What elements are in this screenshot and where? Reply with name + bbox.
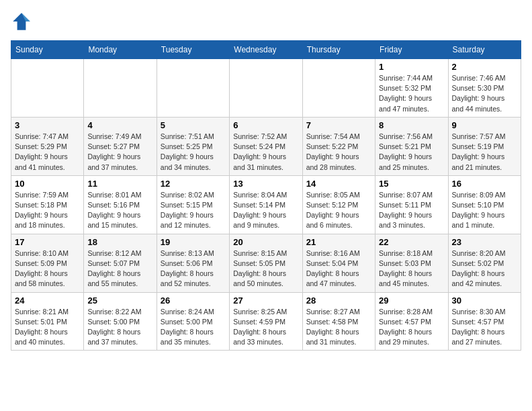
day-number: 30 [452,295,517,306]
day-info: Sunrise: 8:27 AM Sunset: 4:58 PM Dayligh… [306,307,371,348]
day-info: Sunrise: 8:07 AM Sunset: 5:11 PM Dayligh… [379,190,444,231]
calendar-table: SundayMondayTuesdayWednesdayThursdayFrid… [11,40,521,351]
calendar-cell: 21Sunrise: 8:16 AM Sunset: 5:04 PM Dayli… [302,234,375,292]
logo-icon [11,11,32,32]
calendar-cell [84,59,157,118]
calendar-cell: 13Sunrise: 8:04 AM Sunset: 5:14 PM Dayli… [230,175,302,234]
calendar-cell: 7Sunrise: 7:54 AM Sunset: 5:22 PM Daylig… [302,117,375,175]
calendar-cell: 30Sunrise: 8:30 AM Sunset: 4:57 PM Dayli… [448,292,521,351]
calendar-cell: 1Sunrise: 7:44 AM Sunset: 5:32 PM Daylig… [375,59,448,118]
day-info: Sunrise: 8:30 AM Sunset: 4:57 PM Dayligh… [452,307,517,348]
logo [11,11,35,32]
day-info: Sunrise: 8:09 AM Sunset: 5:10 PM Dayligh… [452,190,517,231]
day-number: 26 [161,295,226,306]
day-number: 6 [233,120,298,130]
calendar-cell: 5Sunrise: 7:51 AM Sunset: 5:25 PM Daylig… [157,117,229,175]
calendar-week-2: 3Sunrise: 7:47 AM Sunset: 5:29 PM Daylig… [11,117,521,175]
day-info: Sunrise: 8:12 AM Sunset: 5:07 PM Dayligh… [87,248,152,289]
calendar-cell: 4Sunrise: 7:49 AM Sunset: 5:27 PM Daylig… [84,117,157,175]
calendar-cell: 15Sunrise: 8:07 AM Sunset: 5:11 PM Dayli… [375,175,448,234]
day-number: 19 [161,237,226,247]
day-info: Sunrise: 7:47 AM Sunset: 5:29 PM Dayligh… [15,132,80,173]
day-number: 4 [87,120,152,130]
day-info: Sunrise: 8:16 AM Sunset: 5:04 PM Dayligh… [306,248,371,289]
day-header-thursday: Thursday [302,41,375,59]
day-info: Sunrise: 7:46 AM Sunset: 5:30 PM Dayligh… [452,73,517,114]
calendar-week-4: 17Sunrise: 8:10 AM Sunset: 5:09 PM Dayli… [11,234,521,292]
calendar-cell: 23Sunrise: 8:20 AM Sunset: 5:02 PM Dayli… [448,234,521,292]
day-info: Sunrise: 7:51 AM Sunset: 5:25 PM Dayligh… [161,132,226,173]
day-number: 13 [233,179,298,189]
calendar-cell: 28Sunrise: 8:27 AM Sunset: 4:58 PM Dayli… [302,292,375,351]
calendar-cell: 27Sunrise: 8:25 AM Sunset: 4:59 PM Dayli… [230,292,302,351]
calendar-cell: 19Sunrise: 8:13 AM Sunset: 5:06 PM Dayli… [157,234,229,292]
day-info: Sunrise: 8:22 AM Sunset: 5:00 PM Dayligh… [87,307,152,348]
day-info: Sunrise: 8:25 AM Sunset: 4:59 PM Dayligh… [233,307,298,348]
day-number: 20 [233,237,298,247]
day-number: 28 [306,295,371,306]
calendar-cell: 12Sunrise: 8:02 AM Sunset: 5:15 PM Dayli… [157,175,229,234]
calendar-cell: 16Sunrise: 8:09 AM Sunset: 5:10 PM Dayli… [448,175,521,234]
day-number: 27 [233,295,298,306]
day-header-saturday: Saturday [448,41,521,59]
calendar-cell: 6Sunrise: 7:52 AM Sunset: 5:24 PM Daylig… [230,117,302,175]
day-info: Sunrise: 7:57 AM Sunset: 5:19 PM Dayligh… [452,132,517,173]
calendar-cell [11,59,84,118]
calendar-cell [230,59,302,118]
day-info: Sunrise: 8:13 AM Sunset: 5:06 PM Dayligh… [161,248,226,289]
day-info: Sunrise: 7:56 AM Sunset: 5:21 PM Dayligh… [379,132,444,173]
calendar-cell: 26Sunrise: 8:24 AM Sunset: 5:00 PM Dayli… [157,292,229,351]
day-header-wednesday: Wednesday [230,41,302,59]
calendar-cell: 17Sunrise: 8:10 AM Sunset: 5:09 PM Dayli… [11,234,84,292]
calendar-cell: 9Sunrise: 7:57 AM Sunset: 5:19 PM Daylig… [448,117,521,175]
day-header-tuesday: Tuesday [157,41,229,59]
calendar-cell: 25Sunrise: 8:22 AM Sunset: 5:00 PM Dayli… [84,292,157,351]
day-info: Sunrise: 8:18 AM Sunset: 5:03 PM Dayligh… [379,248,444,289]
calendar-cell: 20Sunrise: 8:15 AM Sunset: 5:05 PM Dayli… [230,234,302,292]
day-header-monday: Monday [84,41,157,59]
day-number: 16 [452,179,517,189]
day-number: 11 [87,179,152,189]
day-number: 24 [15,295,80,306]
calendar-week-5: 24Sunrise: 8:21 AM Sunset: 5:01 PM Dayli… [11,292,521,351]
day-number: 7 [306,120,371,130]
day-info: Sunrise: 7:49 AM Sunset: 5:27 PM Dayligh… [87,132,152,173]
page-header [11,11,521,32]
day-info: Sunrise: 8:15 AM Sunset: 5:05 PM Dayligh… [233,248,298,289]
day-number: 17 [15,237,80,247]
day-info: Sunrise: 8:02 AM Sunset: 5:15 PM Dayligh… [161,190,226,231]
day-number: 5 [161,120,226,130]
day-number: 18 [87,237,152,247]
day-info: Sunrise: 8:04 AM Sunset: 5:14 PM Dayligh… [233,190,298,231]
day-number: 12 [161,179,226,189]
day-number: 9 [452,120,517,130]
day-info: Sunrise: 8:05 AM Sunset: 5:12 PM Dayligh… [306,190,371,231]
day-number: 8 [379,120,444,130]
calendar-cell [157,59,229,118]
day-number: 14 [306,179,371,189]
calendar-cell [302,59,375,118]
day-info: Sunrise: 8:21 AM Sunset: 5:01 PM Dayligh… [15,307,80,348]
day-info: Sunrise: 8:20 AM Sunset: 5:02 PM Dayligh… [452,248,517,289]
day-info: Sunrise: 7:54 AM Sunset: 5:22 PM Dayligh… [306,132,371,173]
calendar-cell: 22Sunrise: 8:18 AM Sunset: 5:03 PM Dayli… [375,234,448,292]
calendar-cell: 3Sunrise: 7:47 AM Sunset: 5:29 PM Daylig… [11,117,84,175]
calendar-cell: 29Sunrise: 8:28 AM Sunset: 4:57 PM Dayli… [375,292,448,351]
day-info: Sunrise: 8:01 AM Sunset: 5:16 PM Dayligh… [87,190,152,231]
day-number: 15 [379,179,444,189]
day-number: 2 [452,62,517,72]
calendar-cell: 24Sunrise: 8:21 AM Sunset: 5:01 PM Dayli… [11,292,84,351]
day-info: Sunrise: 7:59 AM Sunset: 5:18 PM Dayligh… [15,190,80,231]
day-number: 1 [379,62,444,72]
calendar-cell: 14Sunrise: 8:05 AM Sunset: 5:12 PM Dayli… [302,175,375,234]
day-header-sunday: Sunday [11,41,84,59]
calendar-week-3: 10Sunrise: 7:59 AM Sunset: 5:18 PM Dayli… [11,175,521,234]
day-number: 21 [306,237,371,247]
day-info: Sunrise: 7:52 AM Sunset: 5:24 PM Dayligh… [233,132,298,173]
calendar-week-1: 1Sunrise: 7:44 AM Sunset: 5:32 PM Daylig… [11,59,521,118]
day-number: 23 [452,237,517,247]
calendar-cell: 10Sunrise: 7:59 AM Sunset: 5:18 PM Dayli… [11,175,84,234]
calendar-cell: 11Sunrise: 8:01 AM Sunset: 5:16 PM Dayli… [84,175,157,234]
calendar-cell: 8Sunrise: 7:56 AM Sunset: 5:21 PM Daylig… [375,117,448,175]
calendar-cell: 2Sunrise: 7:46 AM Sunset: 5:30 PM Daylig… [448,59,521,118]
